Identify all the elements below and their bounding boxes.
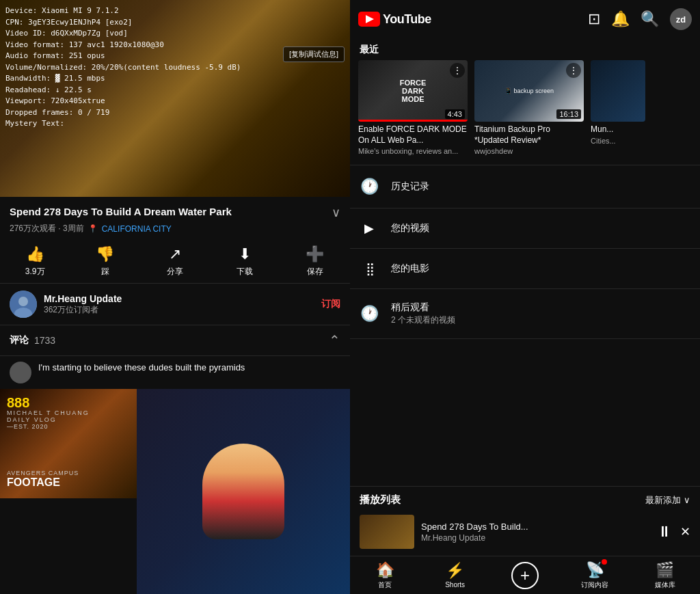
- expand-icon[interactable]: ⌃: [329, 332, 340, 349]
- your-movies-label: 您的电影: [391, 262, 429, 275]
- thumb-right-card[interactable]: [137, 389, 350, 594]
- video-info: Spend 278 Days To Build A Dream Water Pa…: [0, 197, 350, 239]
- divider-1: [350, 165, 700, 165]
- nav-shorts[interactable]: ⚡ Shorts: [420, 556, 489, 594]
- shorts-icon: ⚡: [446, 562, 464, 580]
- more-options-icon-1[interactable]: ⋮: [450, 63, 465, 78]
- nav-home[interactable]: 🏠 首页: [350, 556, 420, 594]
- comment-preview: I'm starting to believe these dudes buil…: [0, 356, 350, 389]
- user-avatar[interactable]: zd: [670, 8, 692, 30]
- debug-line-1: Device: Xiaomi MI 9 7.1.2: [5, 5, 241, 17]
- thumb-image-2: 📱 backup screen 16:13 ⋮: [474, 60, 584, 122]
- create-icon[interactable]: +: [511, 562, 539, 589]
- comments-section[interactable]: 评论 1733 ⌃: [0, 325, 350, 356]
- your-movies-menu-item[interactable]: ⣿ 您的电影: [350, 252, 700, 286]
- copy-debug-button[interactable]: [复制调试信息]: [283, 46, 345, 62]
- notification-badge: [602, 559, 607, 565]
- channel-avatar[interactable]: [10, 291, 37, 318]
- channel-name: Mr.Heang Update: [44, 293, 321, 304]
- watch-later-menu-item[interactable]: 🕐 稍后观看 2 个未观看的视频: [350, 292, 700, 336]
- your-videos-menu-item[interactable]: ▶ 您的视频: [350, 211, 700, 245]
- debug-line-9: Viewport: 720x405xtrue: [5, 96, 241, 107]
- cast-icon[interactable]: ⊡: [588, 10, 600, 28]
- bottom-nav: 🏠 首页 ⚡ Shorts + 📡 订阅内容 🎬 媒体库: [350, 556, 700, 594]
- history-menu-item[interactable]: 🕐 历史记录: [350, 168, 700, 205]
- playlist-label: 播放列表: [360, 494, 401, 507]
- thumb-image-1: FORCEDARKMODE 4:43 ⋮: [358, 60, 468, 122]
- debug-line-2: CPN: 3gEY3Ecwy1ENJhP4 [exo2]: [5, 17, 241, 29]
- library-label: 媒体库: [655, 580, 675, 590]
- shorts-label: Shorts: [445, 581, 465, 589]
- recent-thumbs: FORCEDARKMODE 4:43 ⋮ Enable FORCE DARK M…: [350, 60, 700, 162]
- thumb-number: 888: [7, 396, 90, 409]
- download-button[interactable]: ⬇ 下载: [224, 245, 265, 278]
- debug-line-11: Mystery Text:: [5, 118, 241, 130]
- more-options-icon-2[interactable]: ⋮: [566, 63, 581, 78]
- playlist-thumbnail[interactable]: [360, 515, 414, 549]
- app-name: YouTube: [383, 12, 431, 27]
- thumb-footage-title: FOOTAGE: [7, 476, 130, 489]
- playlist-section: 播放列表 最新添加 ∨ Spend 278 Days To Build... M…: [350, 486, 700, 556]
- home-icon: 🏠: [376, 561, 394, 579]
- playlist-sort-button[interactable]: 最新添加 ∨: [645, 494, 690, 507]
- nav-subscriptions[interactable]: 📡 订阅内容: [560, 556, 630, 594]
- video-title-3: Mun...: [591, 124, 645, 135]
- debug-line-7: Bandwidth: ▓ 21.5 mbps: [5, 73, 241, 85]
- debug-line-3: Video ID: d6QXxMDp7Zg [vod]: [5, 28, 241, 40]
- playlist-channel: Mr.Heang Update: [421, 533, 650, 543]
- divider-3: [350, 248, 700, 249]
- channel-info: Mr.Heang Update 362万位订阅者: [44, 293, 321, 316]
- debug-line-5: Audio format: 251 opus: [5, 51, 241, 62]
- right-panel: YouTube ⊡ 🔔 🔍 zd 最近 FORCEDARKMODE 4:43 ⋮…: [350, 0, 700, 594]
- top-bar: YouTube ⊡ 🔔 🔍 zd: [350, 0, 700, 38]
- library-icon: 🎬: [656, 561, 674, 579]
- subscribe-button[interactable]: 订阅: [321, 298, 340, 310]
- recent-video-3[interactable]: Mun... Cities...: [591, 60, 645, 155]
- person-figure: [202, 444, 284, 539]
- playlist-controls: ⏸ ✕: [657, 523, 690, 541]
- video-title-1: Enable FORCE DARK MODE On ALL Web Pa...: [358, 124, 468, 146]
- divider-5: [350, 338, 700, 339]
- comment-avatar: [10, 362, 31, 383]
- share-button[interactable]: ↗ 分享: [154, 245, 196, 278]
- thumb-sub: AVENGERS CAMPUS: [7, 470, 130, 476]
- chevron-down-icon[interactable]: ∨: [332, 205, 340, 220]
- subscriptions-label: 订阅内容: [581, 580, 608, 590]
- debug-line-10: Dropped frames: 0 / 719: [5, 107, 241, 119]
- dislike-button[interactable]: 👎 踩: [85, 245, 126, 278]
- channel-subs: 362万位订阅者: [44, 304, 321, 316]
- close-icon[interactable]: ✕: [680, 524, 690, 539]
- progress-bar-1: [358, 120, 468, 122]
- action-bar: 👍 3.9万 👎 踩 ↗ 分享 ⬇ 下载 ➕ 保存: [0, 239, 350, 284]
- recent-video-2[interactable]: 📱 backup screen 16:13 ⋮ Titanium Backup …: [474, 60, 584, 155]
- debug-line-4: Video format: 137 avc1 1920x1080@30: [5, 40, 241, 51]
- dislike-label: 踩: [101, 266, 109, 278]
- thumb-est: —EST. 2020: [7, 423, 90, 430]
- thumb-image-3: [591, 60, 645, 122]
- like-button[interactable]: 👍 3.9万: [14, 245, 55, 278]
- pause-icon[interactable]: ⏸: [657, 523, 672, 541]
- comments-count: 1733: [34, 335, 55, 346]
- nav-create[interactable]: +: [490, 556, 560, 594]
- top-icons: ⊡ 🔔 🔍 zd: [588, 8, 692, 30]
- sort-label: 最新添加: [645, 494, 681, 507]
- notification-icon[interactable]: 🔔: [611, 10, 630, 28]
- like-count: 3.9万: [25, 266, 45, 278]
- divider-2: [350, 208, 700, 208]
- youtube-logo[interactable]: YouTube: [358, 12, 431, 27]
- chevron-down-sort-icon: ∨: [684, 495, 690, 505]
- search-icon[interactable]: 🔍: [641, 10, 659, 28]
- save-label: 保存: [307, 266, 323, 278]
- nav-library[interactable]: 🎬 媒体库: [630, 556, 700, 594]
- your-movies-icon: ⣿: [360, 261, 379, 276]
- youtube-icon: [358, 12, 380, 27]
- save-button[interactable]: ➕ 保存: [295, 245, 336, 278]
- recent-video-1[interactable]: FORCEDARKMODE 4:43 ⋮ Enable FORCE DARK M…: [358, 60, 468, 155]
- video-player[interactable]: Device: Xiaomi MI 9 7.1.2 CPN: 3gEY3Ecwy…: [0, 0, 350, 197]
- watch-later-label: 稍后观看: [391, 301, 455, 314]
- thumb-left-card[interactable]: 888 MICHAEL T CHUANG DAILY VLOG —EST. 20…: [0, 389, 137, 498]
- download-label: 下载: [237, 266, 253, 278]
- history-label: 历史记录: [391, 180, 429, 193]
- watch-later-info: 稍后观看 2 个未观看的视频: [391, 301, 455, 326]
- history-icon: 🕐: [360, 178, 379, 195]
